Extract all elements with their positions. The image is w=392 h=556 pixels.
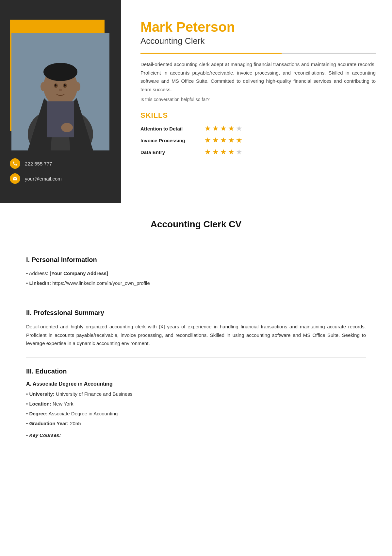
linkedin-label: LinkedIn: (29, 280, 51, 286)
summary-text: Detail-oriented accounting clerk adept a… (140, 60, 376, 94)
university-label: University: (29, 391, 55, 397)
edu-grad-year: • Graduation Year: 2055 (26, 420, 366, 427)
edu-university: • University: University of Finance and … (26, 390, 366, 398)
candidate-name: Mark Peterson (140, 20, 376, 35)
person-silhouette-svg (11, 33, 109, 150)
stars-data-entry: ★ ★ ★ ★ ★ (204, 148, 242, 156)
resume-card: 222 555 777 your@email.com Mark Peterson… (0, 0, 392, 203)
left-panel: 222 555 777 your@email.com (0, 0, 121, 203)
conv-helper-text: Is this conversation helpful so far? (140, 97, 376, 102)
grad-year-label: Graduation Year: (29, 421, 69, 426)
skills-title: SKILLS (140, 111, 376, 120)
svg-point-14 (41, 82, 46, 91)
section-summary-title: II. Professional Summary (26, 309, 366, 317)
star-2: ★ (212, 124, 219, 133)
address-item: • Address: [Your Company Address] (26, 269, 366, 277)
star-4: ★ (228, 124, 235, 133)
star-2: ★ (212, 148, 219, 156)
star-4: ★ (228, 148, 235, 156)
stars-attention: ★ ★ ★ ★ ★ (204, 124, 242, 133)
section-personal-title: I. Personal Information (26, 256, 366, 264)
svg-point-7 (43, 63, 77, 81)
key-courses-label: Key Courses: (29, 432, 61, 438)
document-section: Accounting Clerk CV I. Personal Informat… (0, 203, 392, 467)
degree-label: Degree: (29, 411, 47, 416)
divider-line (140, 53, 376, 54)
skill-name-data-entry: Data Entry (140, 149, 199, 155)
section-education: III. Education A. Associate Degree in Ac… (26, 357, 366, 451)
star-4: ★ (228, 136, 235, 145)
skill-name-attention: Attention to Detail (140, 126, 199, 131)
svg-point-13 (59, 89, 62, 91)
section-summary: II. Professional Summary Detail-oriented… (26, 299, 366, 357)
star-5: ★ (236, 136, 242, 145)
stars-invoice: ★ ★ ★ ★ ★ (204, 136, 242, 145)
svg-rect-8 (47, 101, 74, 137)
phone-icon (10, 158, 20, 169)
skill-row-data-entry: Data Entry ★ ★ ★ ★ ★ (140, 148, 376, 156)
skill-row-invoice: Invoice Processing ★ ★ ★ ★ ★ (140, 136, 376, 145)
email-text: your@email.com (25, 176, 62, 182)
star-1: ★ (204, 136, 211, 145)
linkedin-item: • LinkedIn: https://www.linkedin.com/in/… (26, 279, 366, 287)
edu-location: • Location: New York (26, 400, 366, 408)
candidate-title: Accounting Clerk (140, 36, 376, 46)
star-1: ★ (204, 124, 211, 133)
section-education-title: III. Education (26, 368, 366, 375)
contact-info: 222 555 777 your@email.com (0, 158, 121, 184)
svg-point-16 (61, 123, 73, 132)
email-icon (10, 173, 20, 184)
key-courses-item: • Key Courses: (26, 431, 366, 439)
phone-text: 222 555 777 (25, 161, 52, 166)
star-5-empty: ★ (236, 148, 242, 156)
right-panel: Mark Peterson Accounting Clerk Detail-or… (121, 0, 392, 203)
edu-degree: • Degree: Associate Degree in Accounting (26, 410, 366, 418)
document-title: Accounting Clerk CV (26, 219, 366, 230)
edu-subsection-title: A. Associate Degree in Accounting (26, 381, 366, 387)
star-3: ★ (220, 136, 227, 145)
email-row: your@email.com (10, 173, 111, 184)
star-3: ★ (220, 124, 227, 133)
star-1: ★ (204, 148, 211, 156)
svg-point-15 (74, 82, 80, 91)
skills-section: SKILLS Attention to Detail ★ ★ ★ ★ ★ Inv… (140, 111, 376, 160)
address-value: [Your Company Address] (50, 270, 108, 276)
skill-row-attention: Attention to Detail ★ ★ ★ ★ ★ (140, 124, 376, 133)
star-3: ★ (220, 148, 227, 156)
summary-paragraph: Detail-oriented and highly organized acc… (26, 322, 366, 348)
svg-point-12 (64, 84, 66, 87)
section-personal: I. Personal Information • Address: [Your… (26, 246, 366, 299)
location-label: Location: (29, 401, 51, 407)
phone-row: 222 555 777 (10, 158, 111, 169)
photo-placeholder (11, 33, 109, 150)
svg-point-11 (55, 84, 57, 87)
skill-name-invoice: Invoice Processing (140, 138, 199, 143)
star-2: ★ (212, 136, 219, 145)
star-5-empty: ★ (236, 124, 242, 133)
